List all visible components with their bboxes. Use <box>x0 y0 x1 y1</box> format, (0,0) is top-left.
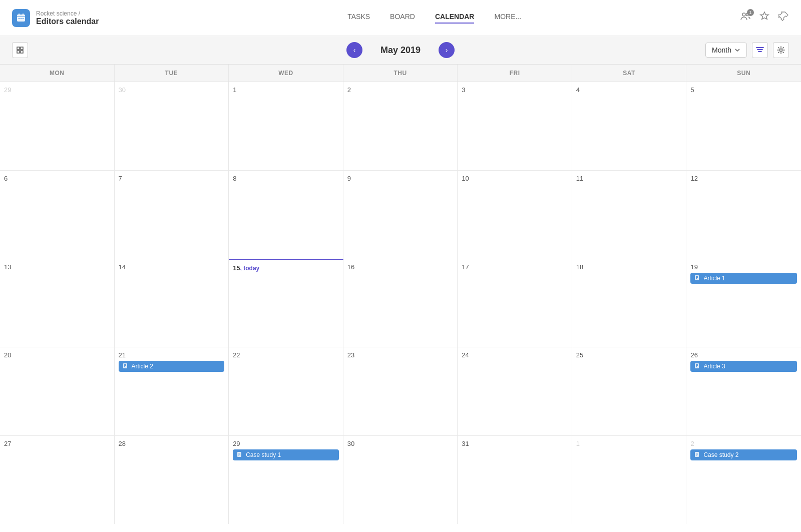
header-actions: 1 <box>740 11 789 25</box>
svg-point-13 <box>780 49 782 52</box>
cal-cell-w3-d0[interactable]: 20 <box>0 347 115 435</box>
cal-cell-w0-d1[interactable]: 30 <box>115 82 229 170</box>
day-number: 10 <box>462 175 568 182</box>
cal-cell-w1-d5[interactable]: 11 <box>572 171 687 259</box>
cal-cell-w2-d4[interactable]: 17 <box>458 259 572 347</box>
day-number: 30 <box>119 86 225 94</box>
svg-rect-10 <box>21 47 23 50</box>
day-number: 28 <box>119 440 225 447</box>
day-number: 21 <box>119 351 225 359</box>
svg-rect-5 <box>21 18 22 19</box>
cal-cell-w3-d6[interactable]: 26 Article 3 <box>686 347 801 435</box>
cal-event[interactable]: Article 2 <box>119 361 225 372</box>
cal-cell-w2-d1[interactable]: 14 <box>115 259 229 347</box>
cal-cell-w3-d5[interactable]: 25 <box>572 347 687 435</box>
cal-grid: MON TUE WED THU FRI SAT SUN 293012345678… <box>0 65 801 524</box>
pin-icon[interactable] <box>778 11 789 25</box>
filter-button[interactable] <box>752 42 768 58</box>
cal-cell-w1-d3[interactable]: 9 <box>343 171 458 259</box>
settings-button[interactable] <box>773 42 789 58</box>
svg-rect-20 <box>124 365 126 366</box>
app-name: Editors calendar <box>36 17 99 26</box>
cal-cell-w2-d5[interactable]: 18 <box>572 259 687 347</box>
cal-cell-w1-d4[interactable]: 10 <box>458 171 572 259</box>
svg-rect-3 <box>17 17 25 17</box>
day-header-wed: WED <box>229 65 343 82</box>
cal-cell-w3-d1[interactable]: 21 Article 2 <box>115 347 229 435</box>
cal-cell-w0-d4[interactable]: 3 <box>458 82 572 170</box>
svg-point-7 <box>742 13 745 16</box>
day-header-mon: MON <box>0 65 115 82</box>
cal-week-4: 272829 Case study 1 303112 <box>0 436 801 524</box>
day-number: 11 <box>576 175 682 182</box>
cal-cell-w0-d2[interactable]: 1 <box>229 82 343 170</box>
cal-cell-w4-d6[interactable]: 2 Case study 2 <box>686 436 801 524</box>
nav-more[interactable]: MORE... <box>494 13 521 24</box>
day-number: 5 <box>690 86 797 94</box>
star-icon[interactable] <box>759 11 770 25</box>
cal-event[interactable]: Case study 1 <box>233 449 339 460</box>
day-number: 24 <box>462 351 568 359</box>
cal-cell-w0-d6[interactable]: 5 <box>686 82 801 170</box>
cal-cell-w4-d0[interactable]: 27 <box>0 436 115 524</box>
event-doc-icon <box>694 275 700 282</box>
day-number: 19 <box>690 263 797 271</box>
svg-rect-17 <box>696 278 697 279</box>
day-number: 4 <box>576 86 682 94</box>
cal-week-2: 131415, today16171819 Article 1 <box>0 259 801 348</box>
cal-cell-w1-d6[interactable]: 12 <box>686 171 801 259</box>
cal-week-3: 2021 Article 2 2223242526 <box>0 347 801 436</box>
cal-cell-w3-d4[interactable]: 24 <box>458 347 572 435</box>
cal-cell-w0-d3[interactable]: 2 <box>343 82 458 170</box>
people-icon[interactable]: 1 <box>740 11 751 25</box>
cal-month-title: May 2019 <box>370 45 431 56</box>
nav-board[interactable]: BOARD <box>390 13 415 24</box>
people-badge: 1 <box>747 9 754 16</box>
cal-cell-w1-d0[interactable]: 6 <box>0 171 115 259</box>
app-header: Rocket science / Editors calendar TASKS … <box>0 0 801 36</box>
day-number: 2 <box>347 86 454 94</box>
day-header-fri: FRI <box>458 65 572 82</box>
cal-cell-w4-d1[interactable]: 28 <box>115 436 229 524</box>
day-number: 16 <box>347 263 454 271</box>
cal-cell-w2-d2[interactable]: 15, today <box>229 259 343 347</box>
svg-rect-28 <box>238 454 240 454</box>
cal-cell-w2-d3[interactable]: 16 <box>343 259 458 347</box>
svg-rect-19 <box>124 364 126 365</box>
day-number: 26 <box>690 351 797 359</box>
cal-cell-w4-d5[interactable]: 1 <box>572 436 687 524</box>
svg-rect-29 <box>238 455 239 455</box>
cal-cell-w2-d6[interactable]: 19 Article 1 <box>686 259 801 347</box>
cal-toolbar-center: ‹ May 2019 › <box>346 42 455 58</box>
prev-month-button[interactable]: ‹ <box>346 42 362 58</box>
cal-cell-w3-d2[interactable]: 22 <box>229 347 343 435</box>
day-number: 15, today <box>233 264 339 272</box>
cal-week-1: 6789101112 <box>0 171 801 259</box>
cal-cell-w4-d2[interactable]: 29 Case study 1 <box>229 436 343 524</box>
cal-cell-w0-d0[interactable]: 29 <box>0 82 115 170</box>
svg-rect-23 <box>696 364 698 365</box>
cal-cell-w2-d0[interactable]: 13 <box>0 259 115 347</box>
cal-toolbar: ‹ May 2019 › Month <box>0 36 801 65</box>
next-month-button[interactable]: › <box>439 42 455 58</box>
cal-cell-w4-d4[interactable]: 31 <box>458 436 572 524</box>
cal-event[interactable]: Case study 2 <box>690 449 797 460</box>
cal-cell-w4-d3[interactable]: 30 <box>343 436 458 524</box>
today-label: , today <box>240 265 260 272</box>
day-number: 29 <box>233 440 339 447</box>
expand-button[interactable] <box>12 42 28 58</box>
nav-tasks[interactable]: TASKS <box>347 13 370 24</box>
cal-cell-w1-d2[interactable]: 8 <box>229 171 343 259</box>
cal-event[interactable]: Article 3 <box>690 361 797 372</box>
day-number: 27 <box>4 440 110 447</box>
app-logo-icon <box>12 9 30 27</box>
nav-calendar[interactable]: CALENDAR <box>435 13 475 24</box>
cal-cell-w0-d5[interactable]: 4 <box>572 82 687 170</box>
cal-event[interactable]: Article 1 <box>690 273 797 284</box>
cal-cell-w3-d3[interactable]: 23 <box>343 347 458 435</box>
cal-cell-w1-d1[interactable]: 7 <box>115 171 229 259</box>
event-label: Article 1 <box>703 275 725 282</box>
event-doc-icon <box>123 363 129 370</box>
day-number: 6 <box>4 175 110 182</box>
view-dropdown[interactable]: Month <box>705 43 747 58</box>
